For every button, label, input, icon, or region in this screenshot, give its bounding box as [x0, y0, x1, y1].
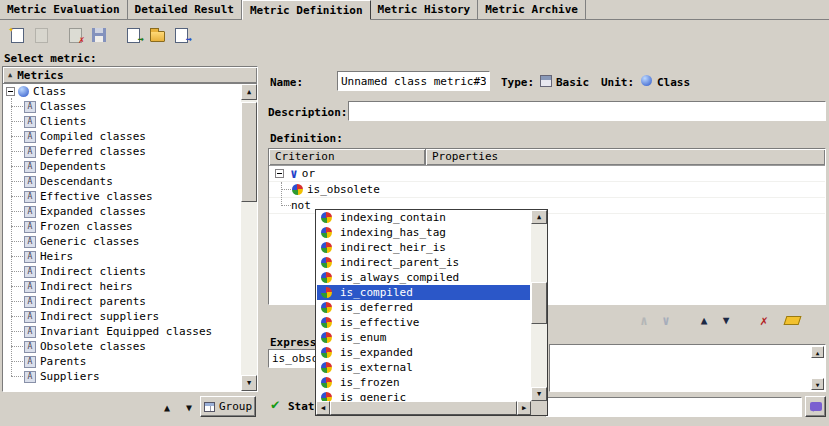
tree-item[interactable]: Parents — [3, 354, 241, 369]
dropdown-item[interactable]: is_compiled — [317, 285, 530, 300]
criterion-row-is-obsolete[interactable]: is_obsolete — [269, 182, 825, 198]
dropdown-item[interactable]: indirect_parent_is — [317, 255, 530, 270]
dropdown-vertical-scrollbar[interactable]: ▲ ▼ — [531, 210, 547, 401]
tree-item[interactable]: Generic classes — [3, 234, 241, 249]
dropdown-item[interactable]: indirect_heir_is — [317, 240, 530, 255]
tree-item[interactable]: Obsolete classes — [3, 339, 241, 354]
unit-value: Class — [657, 76, 690, 89]
description-input[interactable] — [348, 101, 826, 121]
scroll-left-icon[interactable]: ◀ — [316, 401, 330, 415]
open-metric-folder-button[interactable] — [145, 23, 169, 47]
move-criterion-down-button[interactable]: ▼ — [716, 310, 736, 330]
scroll-up-icon[interactable]: ▲ — [811, 346, 824, 358]
tree-children: Classes Clients Compiled classes — [3, 99, 241, 384]
scroll-right-icon[interactable]: ▶ — [517, 401, 531, 415]
group-button[interactable]: Group — [200, 396, 256, 417]
tree-item[interactable]: Clients — [3, 114, 241, 129]
dropdown-item[interactable]: indexing_has_tag — [317, 225, 530, 240]
tree-item-label: Compiled classes — [40, 130, 146, 143]
criterion-table-body: ∨ or is_obsolete not — [269, 166, 825, 214]
scrollbar-thumb[interactable] — [241, 102, 257, 202]
tree-item-class-root[interactable]: Class — [3, 84, 241, 99]
tree-item-label: Clients — [40, 115, 86, 128]
dropdown-item[interactable]: is_always_compiled — [317, 270, 530, 285]
tree-item[interactable]: Descendants — [3, 174, 241, 189]
tree-item[interactable]: Expanded classes — [3, 204, 241, 219]
move-up-button[interactable]: ▲ — [158, 398, 176, 416]
tab[interactable]: Detailed Result — [128, 0, 242, 19]
criterion-row-or[interactable]: ∨ or — [269, 166, 825, 182]
definition-label: Definition: — [270, 132, 343, 145]
move-down-button[interactable]: ▼ — [180, 398, 198, 416]
tree-item[interactable]: Effective classes — [3, 189, 241, 204]
tree-root-label: Class — [33, 85, 66, 98]
dropdown-horizontal-scrollbar[interactable]: ◀ ▶ — [316, 401, 531, 415]
collapse-icon[interactable] — [275, 169, 284, 178]
detail-text-box[interactable]: ▲ ▼ — [549, 344, 826, 392]
tree-connector — [11, 106, 23, 107]
tree-connector — [11, 286, 23, 287]
tree-item-label: Classes — [40, 100, 86, 113]
dropdown-item[interactable]: is_frozen — [317, 375, 530, 390]
insert-and-button[interactable]: ∧ — [634, 310, 654, 330]
dropdown-item[interactable]: is_generic — [317, 390, 530, 401]
tree-item[interactable]: Heirs — [3, 249, 241, 264]
dropdown-item[interactable]: is_expanded — [317, 345, 530, 360]
insert-or-button[interactable]: ∨ — [656, 310, 676, 330]
dropdown-item[interactable]: is_deferred — [317, 300, 530, 315]
tree-item[interactable]: Indirect suppliers — [3, 309, 241, 324]
save-metric-button[interactable] — [87, 23, 111, 47]
tab[interactable]: Metric Evaluation — [0, 0, 128, 19]
tab[interactable]: Metric Archive — [478, 0, 586, 19]
tree-scrollbar[interactable]: ▲ ▼ — [241, 84, 257, 391]
down-arrow-icon: ▼ — [723, 314, 730, 327]
tree-item[interactable]: Deferred classes — [3, 144, 241, 159]
scroll-down-icon[interactable]: ▼ — [811, 378, 824, 390]
tab[interactable]: Metric Definition — [242, 0, 371, 20]
tree-item[interactable]: Indirect heirs — [3, 279, 241, 294]
criterion-icon — [321, 332, 332, 343]
tree-item-label: Effective classes — [40, 190, 153, 203]
delete-metric-button[interactable]: ✗ — [63, 23, 87, 47]
tree-item[interactable]: Indirect clients — [3, 264, 241, 279]
scrollbar-thumb[interactable] — [531, 282, 547, 324]
move-criterion-up-button[interactable]: ▲ — [694, 310, 714, 330]
scroll-down-icon[interactable]: ▼ — [241, 375, 257, 391]
comment-icon — [810, 402, 822, 411]
scroll-up-icon[interactable]: ▲ — [241, 84, 257, 100]
description-label: Description: — [268, 106, 347, 119]
collapse-icon[interactable] — [6, 87, 15, 96]
dropdown-item[interactable]: indexing_contain — [317, 210, 530, 225]
delete-criterion-button[interactable]: ✗ — [754, 310, 774, 330]
dropdown-item[interactable]: is_external — [317, 360, 530, 375]
metrics-column-header[interactable]: ▲ Metrics — [3, 67, 257, 84]
copy-metric-button[interactable] — [29, 23, 53, 47]
group-button-label: Group — [219, 400, 252, 413]
scroll-up-icon[interactable]: ▲ — [531, 210, 547, 224]
dropdown-item-label: is_effective — [340, 316, 419, 329]
criterion-column-header[interactable]: Criterion — [269, 149, 426, 165]
scrollbar-thumb[interactable] — [330, 401, 517, 415]
import-metric-button[interactable]: → — [121, 23, 145, 47]
dropdown-item[interactable]: is_effective — [317, 315, 530, 330]
tree-item[interactable]: Dependents — [3, 159, 241, 174]
tree-item[interactable]: Indirect parents — [3, 294, 241, 309]
tree-connector — [11, 331, 23, 332]
tree-item-label: Generic classes — [40, 235, 139, 248]
tab[interactable]: Metric History — [371, 0, 479, 19]
tree-item[interactable]: Classes — [3, 99, 241, 114]
comment-button[interactable] — [805, 396, 826, 417]
dropdown-item[interactable]: is_enum — [317, 330, 530, 345]
export-metric-button[interactable]: → — [169, 23, 193, 47]
status-detail-input[interactable] — [545, 397, 802, 417]
scroll-down-icon[interactable]: ▼ — [531, 387, 547, 401]
tree-item[interactable]: Invariant Equipped classes — [3, 324, 241, 339]
tree-item[interactable]: Suppliers — [3, 369, 241, 384]
name-input[interactable] — [337, 71, 490, 91]
tree-item[interactable]: Compiled classes — [3, 129, 241, 144]
new-metric-icon: ✦ — [11, 28, 24, 43]
new-metric-button[interactable]: ✦ — [5, 23, 29, 47]
properties-column-header[interactable]: Properties — [426, 149, 825, 165]
tree-item[interactable]: Frozen classes — [3, 219, 241, 234]
clear-definition-button[interactable] — [782, 310, 802, 330]
